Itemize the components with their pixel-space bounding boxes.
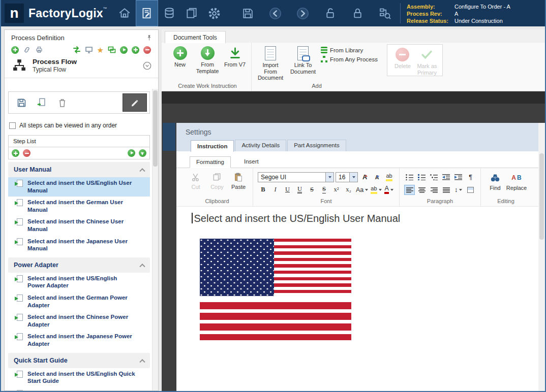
monitor-pin-icon[interactable] [85,46,93,54]
double-strikethrough-button[interactable]: S [319,185,329,195]
clear-formatting-button[interactable]: ab [384,172,395,182]
import-step-icon[interactable] [32,93,52,112]
tab-part-assignments[interactable]: Part Assignments [287,140,346,151]
multilevel-list-button[interactable] [429,172,439,182]
step-list-item[interactable]: Select and insert the German User Manual [8,197,150,216]
import-from-document-button[interactable]: Import From Document [256,44,285,81]
delete-button[interactable]: Delete [390,46,415,76]
reassign-steps-icon[interactable] [73,46,81,54]
italic-button[interactable]: I [270,185,281,195]
from-v7-button[interactable]: From V7 [223,44,247,68]
font-family-select[interactable]: Segoe UI [258,172,334,182]
line-spacing-button[interactable]: ↕ [453,185,464,195]
subscript-button[interactable]: x₂ [343,185,354,195]
tab-activity-details[interactable]: Activity Details [235,140,286,151]
step-list-item[interactable]: Select and insert the US/English Quick S… [8,368,150,387]
paste-button[interactable]: Paste [229,171,248,196]
view-order-option[interactable]: All steps can be viewed in any order [9,122,158,129]
decrease-indent-button[interactable] [441,172,451,182]
double-underline-button[interactable]: U [294,185,305,195]
superscript-button[interactable]: x² [331,185,342,195]
align-center-button[interactable] [416,185,427,195]
show-marks-button[interactable]: ¶ [465,172,476,182]
increase-indent-button[interactable] [453,172,464,182]
documents-icon[interactable] [180,0,203,26]
step-list-item[interactable]: Select and insert the German Power Adapt… [8,292,150,311]
from-library-button[interactable]: From Library [321,47,378,53]
delete-step-icon[interactable] [52,93,72,112]
add-step-icon[interactable] [12,149,19,157]
editor-scrollbar[interactable] [538,123,545,391]
edit-step-button[interactable] [123,93,147,112]
bold-button[interactable]: B [258,185,268,195]
find-button[interactable]: Find [486,171,505,196]
from-any-process-button[interactable]: From Any Process [321,56,378,62]
step-group-power-adapter[interactable]: Power Adapter [8,257,150,273]
instruction-document[interactable]: Select and insert the US/English User Ma… [176,207,538,391]
shrink-font-button[interactable]: A [372,172,382,182]
print-icon[interactable] [35,46,43,54]
remove-step-icon[interactable] [23,149,31,157]
justify-button[interactable] [441,185,451,195]
shading-button[interactable] [465,185,476,195]
star-icon[interactable]: ★ [97,46,104,54]
text-highlight-button[interactable]: ab [370,185,382,195]
tab-insert[interactable]: Insert [238,156,265,168]
replace-button[interactable]: A B Replace [507,171,526,196]
tab-formatting[interactable]: Formatting [190,156,231,168]
copy-button[interactable]: Copy [207,171,227,196]
link-icon[interactable] [23,46,31,54]
data-stack-icon[interactable] [158,0,180,26]
unlock-icon[interactable] [319,0,341,26]
forward-icon[interactable] [291,0,314,26]
tab-document-tools[interactable]: Document Tools [165,31,226,43]
step-list-item[interactable]: Select and insert the Chinese Power Adap… [8,311,150,331]
scrollbar-thumb[interactable] [539,153,544,240]
step-list-item[interactable]: Select and insert the Japanese User Manu… [8,236,150,255]
move-step-down-icon[interactable] [139,149,146,157]
expand-flow-icon[interactable] [142,61,152,71]
process-flow-row[interactable]: Process Flow Typical Flow [5,56,158,78]
move-step-up-icon[interactable] [128,149,135,157]
underline-button[interactable]: U [282,185,293,195]
strikethrough-button[interactable]: S [307,185,317,195]
change-case-button[interactable]: Aa [355,185,369,195]
step-list-item[interactable]: Select and insert the Chinese User Manua… [8,216,150,235]
font-color-button[interactable]: A [384,185,395,195]
step-list-item[interactable]: Select and insert the US/English User Ma… [8,177,150,197]
order-checkbox[interactable] [9,122,16,129]
insert-step-icon[interactable] [132,46,139,54]
cut-button[interactable]: Cut [186,171,205,196]
from-template-button[interactable]: From Template [195,44,220,74]
home-icon[interactable] [113,0,136,26]
align-right-button[interactable] [429,185,439,195]
add-process-icon[interactable] [11,46,19,54]
remove-process-icon[interactable] [143,46,151,54]
step-group-user-manual[interactable]: User Manual [8,162,150,177]
activate-step-icon[interactable] [120,46,128,54]
step-list-item[interactable]: Select and insert the US/English Power A… [8,273,150,292]
monitor-sync-icon[interactable] [108,46,116,54]
step-list-item[interactable]: Select and insert the German Quick Start [8,387,150,391]
mark-as-primary-button[interactable]: Mark as Primary [415,46,439,76]
new-button[interactable]: New [168,44,192,68]
link-to-document-button[interactable]: Link To Document [288,44,318,75]
tab-instruction[interactable]: Instruction [191,140,234,152]
settings-gear-icon[interactable] [203,0,225,26]
scrollbar-thumb[interactable] [153,90,158,167]
back-icon[interactable] [264,0,286,26]
align-left-button[interactable] [404,185,415,195]
pin-icon[interactable] [145,34,153,42]
bullet-list-button[interactable] [404,172,415,182]
panel-scrollbar[interactable] [152,89,158,390]
collapsed-panel-handle[interactable] [163,123,175,151]
lock-icon[interactable] [346,0,369,26]
save-icon[interactable] [236,0,259,26]
step-group-quick-start-guide[interactable]: Quick Start Guide [8,353,150,368]
numbered-list-button[interactable] [416,172,427,182]
process-definition-icon[interactable] [136,0,158,26]
process-search-icon[interactable] [374,0,396,26]
step-list-item[interactable]: Select and insert the Japanese Power Ada… [8,331,150,350]
font-size-select[interactable]: 16 [336,172,358,182]
grow-font-button[interactable]: A [359,172,370,182]
